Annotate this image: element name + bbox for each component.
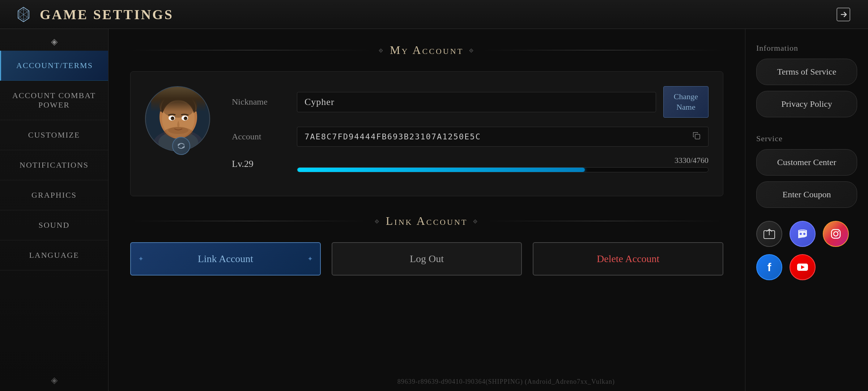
svg-point-26 bbox=[803, 233, 805, 235]
link-header-line-right bbox=[486, 221, 723, 221]
svg-point-19 bbox=[185, 117, 187, 118]
instagram-icon-button[interactable] bbox=[823, 221, 849, 247]
enter-coupon-button[interactable]: Enter Coupon bbox=[756, 181, 857, 208]
diamond-deco-left: ⟐ bbox=[379, 46, 384, 54]
social-row bbox=[756, 221, 857, 247]
link-account-button[interactable]: Link Account bbox=[130, 242, 321, 276]
account-row: Account 7AE8C7FD94444FB693B23107A1250E5C bbox=[232, 127, 709, 147]
svg-point-29 bbox=[838, 231, 839, 232]
account-id-value: 7AE8C7FD94444FB693B23107A1250E5C bbox=[297, 127, 709, 147]
game-logo-icon bbox=[14, 5, 33, 24]
facebook-icon-button[interactable]: f bbox=[756, 254, 782, 280]
nickname-label: Nickname bbox=[232, 97, 290, 107]
sidebar-item-account-terms[interactable]: Account/Terms bbox=[0, 51, 108, 81]
sidebar-item-language[interactable]: Language bbox=[0, 240, 108, 270]
main-container: ◈ Account/Terms Account Combat Power Cus… bbox=[0, 29, 868, 391]
privacy-policy-button[interactable]: Privacy Policy bbox=[756, 91, 857, 117]
right-panel: Information Terms of Service Privacy Pol… bbox=[745, 29, 868, 391]
service-section: Service Customer Center Enter Coupon bbox=[756, 134, 857, 214]
youtube-icon-button[interactable] bbox=[790, 254, 816, 280]
svg-rect-27 bbox=[831, 230, 840, 238]
diamond-deco-right: ⟐ bbox=[469, 46, 475, 54]
header-line-right bbox=[482, 50, 723, 50]
logout-button[interactable]: Log Out bbox=[332, 242, 522, 276]
svg-point-25 bbox=[800, 233, 802, 235]
my-account-header: ⟐ My Account ⟐ bbox=[130, 43, 723, 57]
svg-point-18 bbox=[172, 117, 174, 118]
level-row: Lv.29 3330/4760 bbox=[232, 156, 709, 172]
sidebar-item-notifications[interactable]: Notifications bbox=[0, 150, 108, 180]
svg-point-28 bbox=[834, 232, 838, 236]
sidebar-item-graphics[interactable]: Graphics bbox=[0, 180, 108, 210]
information-label: Information bbox=[756, 43, 857, 53]
header-line-left bbox=[130, 50, 371, 50]
sidebar-deco-top: ◈ bbox=[40, 36, 69, 47]
exit-button[interactable] bbox=[833, 4, 854, 25]
account-info: Nickname Cypher ChangeName Account 7AE8C… bbox=[232, 86, 709, 181]
delete-account-button[interactable]: Delete Account bbox=[533, 242, 723, 276]
customer-center-button[interactable]: Customer Center bbox=[756, 149, 857, 176]
account-card: Nickname Cypher ChangeName Account 7AE8C… bbox=[130, 71, 723, 196]
nickname-row: Nickname Cypher ChangeName bbox=[232, 86, 709, 118]
change-name-button[interactable]: ChangeName bbox=[663, 86, 709, 118]
svg-point-21 bbox=[164, 127, 193, 138]
build-info: 89639-r89639-d90410-l90364(SHIPPING) (An… bbox=[397, 378, 615, 386]
sidebar-item-account-combat-power[interactable]: Account Combat Power bbox=[0, 81, 108, 120]
link-account-title: ⟐ Link Account ⟐ bbox=[375, 214, 479, 228]
copy-icon[interactable] bbox=[692, 131, 701, 142]
level-label: Lv.29 bbox=[232, 159, 290, 169]
sidebar-item-sound[interactable]: Sound bbox=[0, 210, 108, 240]
link-diamond-left: ⟐ bbox=[375, 217, 380, 225]
account-label: Account bbox=[232, 132, 290, 142]
nickname-value: Cypher bbox=[297, 92, 656, 112]
level-bar-fill bbox=[297, 168, 585, 172]
terms-of-service-button[interactable]: Terms of Service bbox=[756, 59, 857, 85]
content-area: ⟐ My Account ⟐ bbox=[109, 29, 745, 391]
level-bar-info: 3330/4760 bbox=[297, 156, 709, 165]
link-diamond-right: ⟐ bbox=[473, 217, 479, 225]
link-account-section: ⟐ Link Account ⟐ Link Account Log Out De… bbox=[130, 214, 723, 276]
header: Game Settings bbox=[0, 0, 868, 29]
share-icon-button[interactable] bbox=[756, 221, 782, 247]
sidebar: ◈ Account/Terms Account Combat Power Cus… bbox=[0, 29, 109, 391]
my-account-title: ⟐ My Account ⟐ bbox=[379, 43, 475, 57]
page-title: Game Settings bbox=[40, 7, 174, 22]
level-bar-bg bbox=[297, 167, 709, 172]
facebook-f-letter: f bbox=[767, 261, 771, 274]
level-bar-container: 3330/4760 bbox=[297, 156, 709, 172]
link-account-header: ⟐ Link Account ⟐ bbox=[130, 214, 723, 228]
link-header-line-left bbox=[130, 221, 367, 221]
sidebar-item-customize[interactable]: Customize bbox=[0, 120, 108, 150]
header-left: Game Settings bbox=[14, 5, 174, 24]
svg-rect-22 bbox=[695, 134, 700, 139]
avatar-swap-button[interactable] bbox=[172, 137, 190, 155]
discord-icon-button[interactable] bbox=[790, 221, 816, 247]
service-label: Service bbox=[756, 134, 857, 143]
link-buttons: Link Account Log Out Delete Account bbox=[130, 242, 723, 276]
avatar-container bbox=[145, 86, 217, 159]
social-row-2: f bbox=[756, 254, 857, 280]
sidebar-deco-bottom: ◈ bbox=[40, 375, 69, 386]
svg-point-13 bbox=[163, 102, 193, 118]
